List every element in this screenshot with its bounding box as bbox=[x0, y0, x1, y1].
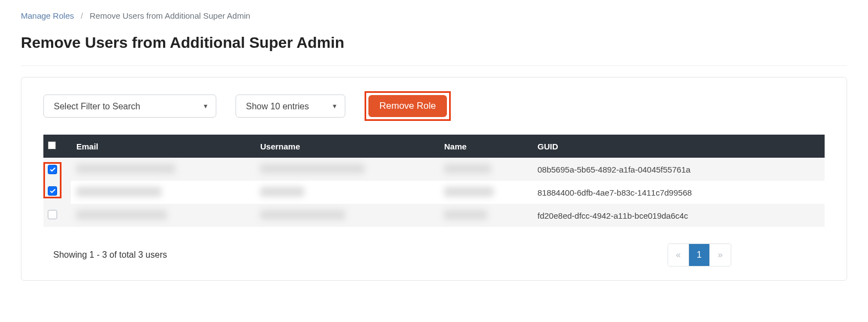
showing-text: Showing 1 - 3 of total 3 users bbox=[53, 250, 167, 260]
checkbox-highlight bbox=[43, 162, 61, 198]
column-header-username[interactable]: Username bbox=[255, 135, 439, 158]
column-header-guid[interactable]: GUID bbox=[532, 135, 825, 158]
remove-role-button[interactable]: Remove Role bbox=[368, 95, 447, 117]
breadcrumb: Manage Roles / Remove Users from Additio… bbox=[21, 11, 847, 20]
breadcrumb-separator: / bbox=[81, 11, 83, 20]
table-row: 81884400-6dfb-4ae7-b83c-1411c7d99568 bbox=[43, 181, 825, 204]
cell-email bbox=[76, 164, 175, 174]
breadcrumb-root-link[interactable]: Manage Roles bbox=[21, 11, 74, 20]
users-table: Email Username Name GUID bbox=[43, 135, 825, 227]
row-checkbox[interactable] bbox=[48, 165, 57, 174]
toolbar: Select Filter to Search ▼ Show 10 entrie… bbox=[43, 91, 825, 121]
pagination: « 1 » bbox=[668, 243, 731, 267]
table-footer: Showing 1 - 3 of total 3 users « 1 » bbox=[43, 243, 825, 267]
cell-guid: 81884400-6dfb-4ae7-b83c-1411c7d99568 bbox=[532, 181, 825, 204]
column-header-email[interactable]: Email bbox=[71, 135, 255, 158]
divider bbox=[21, 65, 847, 66]
cell-name bbox=[444, 210, 487, 220]
cell-username bbox=[260, 210, 345, 220]
cell-email bbox=[76, 210, 167, 220]
row-checkbox[interactable] bbox=[48, 210, 57, 219]
cell-email bbox=[76, 187, 161, 197]
table-row: 08b5695a-5b65-4892-a1fa-04045f55761a bbox=[43, 158, 825, 181]
pagination-page-1[interactable]: 1 bbox=[689, 244, 710, 266]
main-panel: Select Filter to Search ▼ Show 10 entrie… bbox=[21, 77, 847, 281]
page-title: Remove Users from Additional Super Admin bbox=[21, 34, 847, 52]
cell-name bbox=[444, 164, 491, 174]
remove-role-highlight: Remove Role bbox=[365, 91, 451, 121]
entries-select[interactable]: Show 10 entries bbox=[236, 95, 345, 118]
pagination-next[interactable]: » bbox=[710, 244, 731, 266]
pagination-prev[interactable]: « bbox=[668, 244, 689, 266]
filter-select[interactable]: Select Filter to Search bbox=[43, 95, 216, 118]
cell-guid: 08b5695a-5b65-4892-a1fa-04045f55761a bbox=[532, 158, 825, 181]
cell-username bbox=[260, 164, 365, 174]
row-checkbox[interactable] bbox=[48, 186, 57, 196]
cell-username bbox=[260, 187, 304, 197]
column-header-name[interactable]: Name bbox=[439, 135, 532, 158]
cell-guid: fd20e8ed-dfcc-4942-a11b-bce019da6c4c bbox=[532, 204, 825, 227]
breadcrumb-current: Remove Users from Additional Super Admin bbox=[89, 11, 250, 20]
select-all-checkbox[interactable] bbox=[48, 141, 56, 149]
table-row: fd20e8ed-dfcc-4942-a11b-bce019da6c4c bbox=[43, 204, 825, 227]
cell-name bbox=[444, 187, 494, 197]
